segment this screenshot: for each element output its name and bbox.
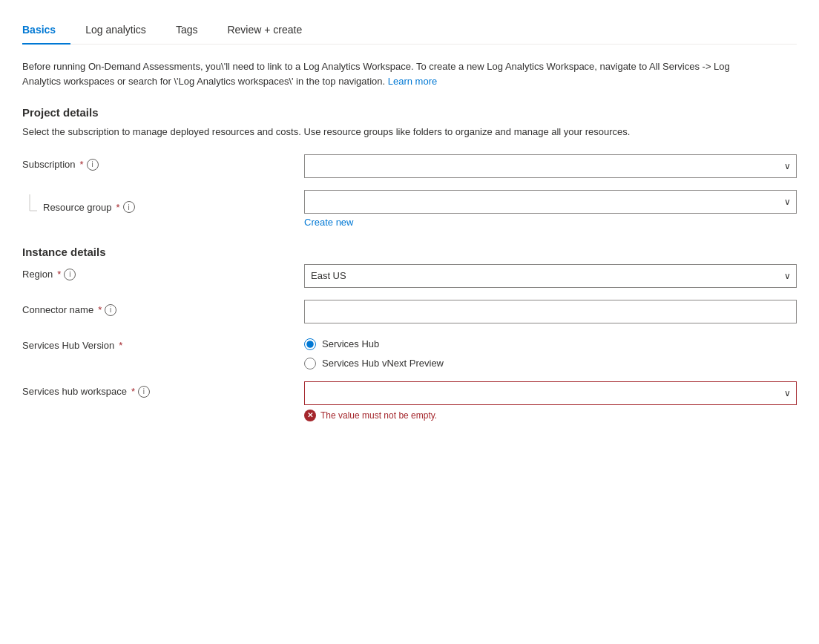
services-hub-version-control: Services Hub Services Hub vNext Preview	[304, 335, 797, 369]
subscription-label-col: Subscription * i	[22, 154, 304, 171]
radio-services-hub[interactable]: Services Hub	[304, 338, 797, 350]
services-hub-version-radio-group: Services Hub Services Hub vNext Preview	[304, 335, 797, 369]
services-hub-workspace-error: ✕ The value must not be empty.	[304, 410, 797, 421]
tab-tags[interactable]: Tags	[161, 15, 213, 45]
radio-services-hub-vnext-input[interactable]	[304, 358, 316, 369]
resource-group-dropdown-wrapper: ∨	[304, 190, 797, 214]
services-hub-workspace-label-col: Services hub workspace * i	[22, 381, 304, 398]
services-hub-workspace-info-icon[interactable]: i	[138, 386, 150, 398]
learn-more-link[interactable]: Learn more	[388, 76, 437, 87]
tab-basics[interactable]: Basics	[22, 15, 70, 45]
services-hub-workspace-dropdown-wrapper: ∨	[304, 381, 797, 405]
region-required: *	[57, 269, 61, 280]
services-hub-version-label: Services Hub Version	[22, 340, 114, 351]
region-row: Region * i East US ∨	[22, 264, 797, 288]
subscription-row: Subscription * i ∨	[22, 154, 797, 178]
instance-details-title: Instance details	[22, 246, 797, 258]
services-hub-workspace-select[interactable]	[304, 381, 797, 405]
project-details-subtitle: Select the subscription to manage deploy…	[22, 125, 690, 139]
subscription-label: Subscription	[22, 159, 76, 170]
subscription-required: *	[80, 159, 84, 170]
connector-name-label: Connector name	[22, 304, 93, 315]
project-details-title: Project details	[22, 106, 797, 119]
radio-services-hub-input[interactable]	[304, 338, 316, 350]
subscription-dropdown-wrapper: ∨	[304, 154, 797, 178]
services-hub-workspace-control: ∨ ✕ The value must not be empty.	[304, 381, 797, 421]
error-icon: ✕	[304, 410, 316, 421]
connector-name-row: Connector name * i	[22, 300, 797, 323]
services-hub-version-label-col: Services Hub Version *	[22, 335, 304, 351]
resource-group-info-icon[interactable]: i	[123, 201, 135, 213]
radio-services-hub-vnext[interactable]: Services Hub vNext Preview	[304, 358, 797, 369]
region-label: Region	[22, 269, 53, 280]
resource-group-required: *	[116, 202, 120, 213]
services-hub-version-row: Services Hub Version * Services Hub Serv…	[22, 335, 797, 369]
subscription-info-icon[interactable]: i	[87, 159, 99, 171]
resource-group-label-col: Resource group * i	[22, 190, 304, 220]
subscription-control: ∨	[304, 154, 797, 178]
tab-review-create[interactable]: Review + create	[212, 15, 317, 45]
tab-bar: Basics Log analytics Tags Review + creat…	[22, 15, 797, 45]
region-control: East US ∨	[304, 264, 797, 288]
error-message-text: The value must not be empty.	[320, 410, 437, 421]
region-info-icon[interactable]: i	[64, 269, 76, 280]
services-hub-workspace-required: *	[131, 386, 135, 397]
description-text: Before running On-Demand Assessments, yo…	[22, 59, 764, 88]
subscription-select[interactable]	[304, 154, 797, 178]
tab-log-analytics[interactable]: Log analytics	[70, 15, 161, 45]
radio-services-hub-vnext-label: Services Hub vNext Preview	[322, 358, 444, 369]
resource-group-select[interactable]	[304, 190, 797, 214]
resource-group-row: Resource group * i ∨ Create new	[22, 190, 797, 228]
connector-name-input[interactable]	[304, 300, 797, 323]
connector-name-control	[304, 300, 797, 323]
connector-name-required: *	[98, 304, 102, 315]
connector-name-info-icon[interactable]: i	[105, 304, 116, 316]
services-hub-version-required: *	[119, 340, 122, 351]
connector-name-label-col: Connector name * i	[22, 300, 304, 316]
region-dropdown-wrapper: East US ∨	[304, 264, 797, 288]
region-select[interactable]: East US	[304, 264, 797, 288]
region-label-col: Region * i	[22, 264, 304, 280]
services-hub-workspace-label: Services hub workspace	[22, 386, 127, 397]
indent-line-icon	[22, 194, 37, 218]
create-new-link[interactable]: Create new	[304, 217, 797, 228]
resource-group-control: ∨ Create new	[304, 190, 797, 228]
resource-group-label: Resource group	[43, 202, 112, 213]
services-hub-workspace-row: Services hub workspace * i ∨ ✕ The value…	[22, 381, 797, 421]
radio-services-hub-label: Services Hub	[322, 338, 379, 349]
